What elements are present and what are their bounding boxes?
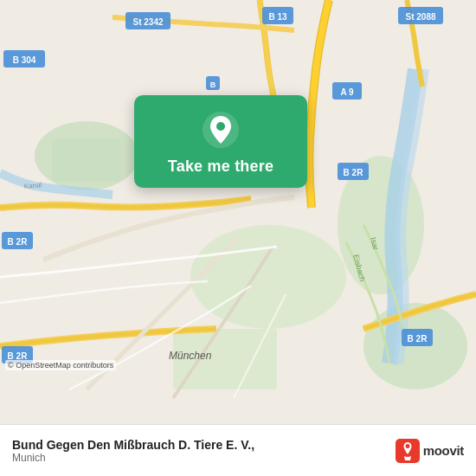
location-pin-icon [202,111,240,149]
svg-text:B: B [210,80,216,89]
svg-text:B 2R: B 2R [8,237,29,247]
osm-attribution: © OpenStreetMap contributors [5,360,116,370]
svg-point-31 [216,122,225,131]
place-location: Munich [12,452,387,464]
map-container[interactable]: B 304 St 2342 B 13 St 2088 A 9 B 2R B 2R… [0,0,476,424]
place-info: Bund Gegen Den Mißbrauch D. Tiere E. V.,… [12,438,387,464]
svg-text:A 9: A 9 [340,87,354,97]
svg-text:B 304: B 304 [13,55,36,65]
svg-text:St 2342: St 2342 [132,17,163,27]
svg-point-3 [190,225,346,329]
place-name: Bund Gegen Den Mißbrauch D. Tiere E. V., [12,438,387,452]
svg-text:B 13: B 13 [268,12,287,22]
svg-text:B 2R: B 2R [344,168,364,177]
svg-text:B 2R: B 2R [408,334,428,344]
bottom-bar: Bund Gegen Den Mißbrauch D. Tiere E. V.,… [0,424,476,476]
svg-point-33 [405,444,409,448]
svg-text:St 2088: St 2088 [405,12,435,22]
svg-text:Kanal: Kanal [23,181,42,190]
moovit-logo: moovit [396,439,464,463]
take-me-there-label: Take me there [168,158,273,176]
svg-rect-2 [52,138,121,182]
moovit-icon [396,439,420,463]
take-me-there-card[interactable]: Take me there [134,95,307,188]
city-label: München [169,350,211,362]
moovit-text: moovit [423,443,464,458]
